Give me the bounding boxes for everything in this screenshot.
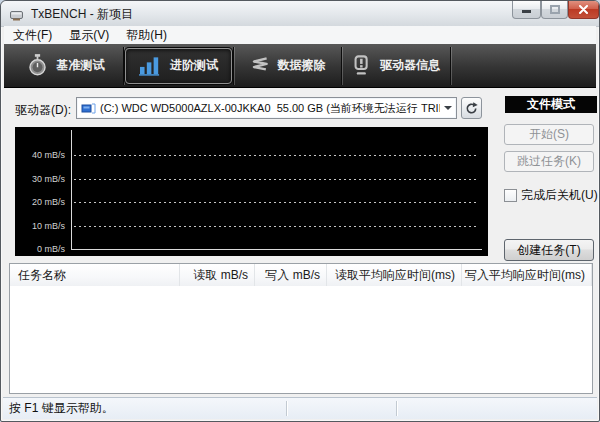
y-tick-label: 10 mB/s — [15, 221, 65, 231]
start-button[interactable]: 开始(S) — [504, 124, 594, 145]
column-header-4[interactable]: 读取平均响应时间(ms) — [327, 264, 462, 286]
column-header-1[interactable]: 任务名称 — [10, 264, 180, 286]
toolbar-tabs: 基准测试进阶测试数据擦除驱动器信息 — [4, 44, 596, 88]
column-header-3[interactable]: 写入 mB/s — [255, 264, 327, 286]
menu-bar: 文件(F)显示(V)帮助(H) — [4, 26, 596, 45]
tab-3[interactable]: 数据擦除 — [235, 48, 340, 84]
task-table-header: 任务名称读取 mB/s写入 mB/s读取平均响应时间(ms)写入平均响应时间(m… — [10, 264, 592, 287]
gridline — [74, 179, 478, 180]
menu-item-2[interactable]: 显示(V) — [61, 25, 117, 46]
app-window: TxBENCH - 新项目 文件(F)显示(V)帮助(H) 基准测试进阶测试数据… — [0, 0, 600, 422]
stopwatch-icon — [27, 54, 48, 77]
shutdown-after-label: 完成后关机(U) — [521, 187, 598, 204]
status-bar: 按 F1 键显示帮助。 — [3, 397, 597, 419]
shutdown-after-checkbox[interactable] — [504, 189, 517, 202]
app-icon — [9, 6, 25, 22]
window-title: TxBENCH - 新项目 — [31, 6, 133, 23]
title-bar[interactable]: TxBENCH - 新项目 — [1, 1, 599, 27]
tab-2[interactable]: 进阶测试 — [125, 48, 232, 84]
column-header-5[interactable]: 写入平均响应时间(ms) — [462, 264, 592, 286]
tab-1[interactable]: 基准测试 — [9, 48, 122, 84]
bar-chart-icon — [139, 56, 161, 76]
maximize-button[interactable] — [541, 1, 568, 19]
gridline — [74, 202, 478, 203]
status-separator — [396, 401, 397, 416]
create-task-button[interactable]: 创建任务(T) — [504, 239, 594, 261]
status-help-text: 按 F1 键显示帮助。 — [3, 400, 114, 417]
drive-label: 驱动器(D): — [15, 102, 71, 119]
tab-separator — [233, 47, 234, 85]
drive-icon — [81, 102, 96, 115]
minimize-button[interactable] — [512, 1, 541, 19]
tab-4[interactable]: 驱动器信息 — [343, 48, 449, 84]
eraser-icon — [250, 56, 269, 75]
column-header-2[interactable]: 读取 mB/s — [180, 264, 255, 286]
chart-x-axis — [71, 249, 482, 250]
y-tick-label: 30 mB/s — [15, 174, 65, 184]
gridline — [74, 155, 478, 156]
close-button[interactable] — [568, 1, 599, 19]
task-table: 任务名称读取 mB/s写入 mB/s读取平均响应时间(ms)写入平均响应时间(m… — [9, 263, 593, 394]
y-tick-label: 40 mB/s — [15, 150, 65, 160]
drive-selected-value: (C:) WDC WD5000AZLX-00JKKA0 55.00 GB (当前… — [100, 101, 440, 116]
file-mode-badge: 文件模式 — [505, 96, 597, 113]
task-table-body — [10, 286, 592, 393]
skip-task-button[interactable]: 跳过任务(K) — [504, 151, 594, 172]
tab-label: 基准测试 — [57, 57, 105, 74]
tab-label: 数据擦除 — [278, 57, 326, 74]
y-tick-label: 20 mB/s — [15, 197, 65, 207]
gridline — [74, 226, 478, 227]
chart-y-axis — [71, 130, 72, 250]
speed-chart: 40 mB/s30 mB/s20 mB/s10 mB/s0 mB/s — [15, 127, 488, 256]
tab-separator — [123, 47, 124, 85]
drive-select[interactable]: (C:) WDC WD5000AZLX-00JKKA0 55.00 GB (当前… — [76, 97, 457, 119]
refresh-icon — [465, 102, 478, 115]
menu-item-3[interactable]: 帮助(H) — [118, 25, 175, 46]
y-tick-label: 0 mB/s — [15, 244, 65, 254]
refresh-drives-button[interactable] — [461, 97, 482, 119]
tab-label: 驱动器信息 — [380, 57, 440, 74]
drive-info-icon — [352, 55, 371, 76]
tab-label: 进阶测试 — [170, 57, 218, 74]
chevron-down-icon[interactable] — [440, 98, 456, 118]
status-separator — [286, 401, 287, 416]
menu-item-1[interactable]: 文件(F) — [5, 25, 60, 46]
tab-separator — [341, 47, 342, 85]
tab-separator — [450, 47, 451, 85]
